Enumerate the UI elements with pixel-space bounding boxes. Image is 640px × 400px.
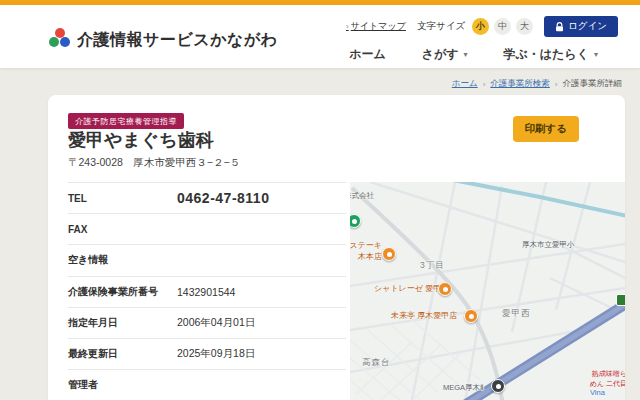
main-nav: ホーム さがす▾ 学ぶ・はたらく▾	[349, 46, 598, 63]
breadcrumb-separator-icon: ›	[483, 80, 486, 89]
facility-detail-card: 介護予防居宅療養管理指導 愛甲やまぐち歯科 〒243-0028 厚木市愛甲西３−…	[48, 95, 625, 400]
table-row-office-number: 介護保険事業所番号 1432901544	[68, 277, 346, 308]
breadcrumb-search-link[interactable]: 介護事業所検索	[490, 78, 550, 90]
facility-info-table: TEL 0462-47-8110 FAX 空き情報 介護保険事業所番号 1432…	[68, 182, 346, 400]
route-shield-icon	[616, 294, 625, 306]
sitemap-label: サイトマップ	[351, 20, 406, 33]
font-size-small-button[interactable]: 小	[472, 18, 489, 35]
nav-search-label: さがす	[422, 46, 459, 63]
map-label-aiko-nishi: 愛甲西	[502, 308, 531, 320]
nav-item-learn-work[interactable]: 学ぶ・はたらく▾	[504, 46, 598, 63]
field-label: 最終更新日	[68, 347, 177, 361]
map-label-ramen-line1: 熟成味噌ら	[565, 369, 625, 379]
field-value-tel: 0462-47-8110	[177, 190, 269, 206]
table-row-manager: 管理者	[68, 370, 346, 400]
field-label: 介護保険事業所番号	[68, 285, 177, 299]
logo-dot-blue	[60, 37, 70, 47]
login-label: ログイン	[568, 20, 607, 33]
map-label-ramen: 熟成味噌ら めん 二代目	[565, 369, 625, 389]
font-size-controls: 小 中 大	[472, 18, 533, 35]
place-marker-food[interactable]	[464, 309, 478, 323]
map-label-steak: ステーキ 木本店	[350, 240, 382, 262]
table-row-designation-date: 指定年月日 2006年04月01日	[68, 308, 346, 339]
table-row-fax: FAX	[68, 214, 346, 245]
print-button[interactable]: 印刷する	[513, 116, 580, 142]
login-button[interactable]: ログイン	[544, 16, 618, 37]
site-logo-icon[interactable]	[49, 28, 71, 48]
field-label: 指定年月日	[68, 316, 177, 330]
utility-row: ›サイトマップ 文字サイズ 小 中 大 ログイン	[346, 16, 618, 37]
nav-item-search[interactable]: さがす▾	[422, 46, 468, 63]
facility-address: 〒243-0028 厚木市愛甲西３−２−５	[68, 156, 240, 170]
field-value: 1432901544	[177, 286, 235, 298]
font-size-label: 文字サイズ	[417, 20, 465, 33]
site-title[interactable]: 介護情報サービスかながわ	[77, 30, 278, 51]
sitemap-link[interactable]: ›サイトマップ	[346, 20, 406, 33]
map-label-takamoridai: 高森台	[362, 357, 391, 369]
nav-learn-label: 学ぶ・はたらく	[504, 46, 589, 63]
field-value: 2006年04月01日	[177, 316, 255, 330]
facility-map[interactable]: 株式会社 ステーキ 木本店 3丁目 厚木市立愛甲小 シャトレーゼ 愛甲店 未来亭…	[350, 182, 625, 400]
map-label-mega: MEGA厚木Ⅱ	[443, 383, 484, 393]
place-marker-food[interactable]	[382, 247, 396, 261]
service-type-badge: 介護予防居宅療養管理指導	[68, 113, 184, 129]
field-label: TEL	[68, 193, 177, 204]
chevron-down-icon: ▾	[594, 50, 598, 59]
table-row-vacancy: 空き情報	[68, 245, 346, 276]
map-label-steak-line2: 木本店	[350, 251, 382, 262]
field-value: 2025年09月18日	[177, 347, 255, 361]
map-label-steak-line1: ステーキ	[350, 240, 382, 251]
field-label: 空き情報	[68, 253, 177, 267]
facility-name: 愛甲やまぐち歯科	[68, 128, 214, 152]
field-label: 管理者	[68, 378, 177, 392]
place-marker-food[interactable]	[438, 282, 452, 296]
font-size-large-button[interactable]: 大	[516, 18, 533, 35]
breadcrumb: ホーム › 介護事業所検索 › 介護事業所詳細	[452, 78, 622, 90]
page: 介護情報サービスかながわ ›サイトマップ 文字サイズ 小 中 大 ログイン ホー…	[0, 0, 640, 400]
site-header: 介護情報サービスかながわ ›サイトマップ 文字サイズ 小 中 大 ログイン ホー…	[0, 5, 640, 68]
chevron-right-icon: ›	[346, 22, 349, 31]
table-row-last-updated: 最終更新日 2025年09月18日	[68, 339, 346, 370]
nav-item-home[interactable]: ホーム	[349, 46, 386, 63]
place-marker-dark[interactable]	[491, 379, 505, 393]
breadcrumb-home-link[interactable]: ホーム	[452, 78, 478, 90]
chevron-down-icon: ▾	[464, 50, 468, 59]
map-label-company: 株式会社	[350, 191, 374, 201]
field-label: FAX	[68, 224, 177, 235]
logo-dot-green	[49, 37, 59, 47]
nav-home-label: ホーム	[349, 46, 386, 63]
table-row-tel: TEL 0462-47-8110	[68, 183, 346, 214]
map-label-miraitei: 未来亭 厚木愛甲店	[391, 310, 457, 321]
map-label-school: 厚木市立愛甲小	[522, 240, 575, 250]
map-label-vina: Vina	[590, 388, 605, 397]
breadcrumb-current: 介護事業所詳細	[563, 78, 623, 90]
map-label-3chome: 3丁目	[420, 260, 445, 272]
font-size-medium-button[interactable]: 中	[494, 18, 511, 35]
breadcrumb-separator-icon: ›	[555, 80, 558, 89]
lock-icon	[555, 22, 564, 32]
